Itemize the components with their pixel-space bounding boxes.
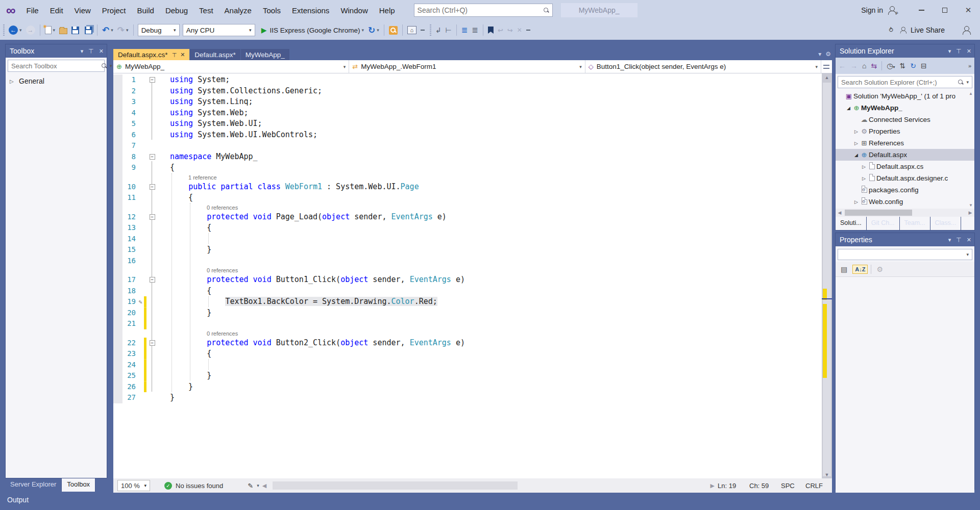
column-indicator[interactable]: Ch: 59	[749, 482, 781, 490]
tree-horizontal-scrollbar[interactable]: ◀ ▶	[836, 209, 974, 217]
breakpoint-margin[interactable]	[113, 308, 122, 319]
document-tab-3[interactable]: MyWebApp_	[241, 49, 289, 60]
menu-help[interactable]: Help	[374, 4, 401, 17]
breakpoint-margin[interactable]	[113, 140, 122, 151]
code-text[interactable]: protected void Button1_Click(object send…	[157, 274, 465, 286]
solution-platform-select[interactable]: Any CPU▾	[183, 24, 255, 36]
fold-collapse-box[interactable]: −	[148, 338, 157, 349]
spaces-indicator[interactable]: SPC	[781, 482, 805, 490]
code-text[interactable]	[157, 318, 170, 329]
codelens-reference-label[interactable]: 0 references	[157, 203, 238, 212]
toolbox-item-general[interactable]: ▷General	[6, 74, 107, 88]
code-text[interactable]: }	[157, 244, 211, 256]
tree-scrollbar[interactable]: ▲▼	[967, 90, 974, 209]
find-in-files-button[interactable]	[387, 24, 399, 36]
code-line-10[interactable]: 10− public partial class WebForm1 : Syst…	[113, 182, 822, 193]
panel-tab-soluti[interactable]: Soluti...	[836, 217, 867, 230]
breakpoint-margin[interactable]	[113, 192, 122, 203]
quick-search-box[interactable]	[414, 4, 553, 17]
editor-vertical-scrollbar[interactable]: ▲ ▼	[822, 73, 832, 478]
tab-close-icon[interactable]: ✕	[180, 52, 185, 58]
codelens-reference-label[interactable]: 1 reference	[157, 173, 217, 182]
type-dropdown[interactable]: ⇄ MyWebApp_.WebForm1 ▾	[349, 60, 585, 73]
open-file-button[interactable]	[58, 25, 69, 36]
breakpoint-margin[interactable]	[113, 360, 122, 371]
menu-debug[interactable]: Debug	[160, 4, 193, 17]
code-text[interactable]	[157, 256, 170, 267]
code-line-8[interactable]: 8−namespace MyWebApp_	[113, 151, 822, 163]
expander-closed-icon[interactable]: ▷	[853, 141, 860, 146]
breakpoint-margin[interactable]	[113, 370, 122, 381]
tool-tab-toolbox[interactable]: Toolbox	[62, 478, 95, 492]
code-text[interactable]: {	[157, 162, 175, 173]
breakpoint-margin[interactable]	[113, 203, 122, 212]
sign-in-button[interactable]: Sign in +	[861, 6, 896, 15]
document-tab-1[interactable]: Default.aspx.cs*⊥✕	[113, 49, 189, 60]
tree-item-web-config[interactable]: ▷Web.config	[836, 196, 974, 208]
minimize-button[interactable]	[910, 0, 933, 20]
uncomment-button[interactable]: ≣	[470, 24, 480, 36]
attach-to-process-button[interactable]: ⌂	[406, 24, 418, 36]
breakpoint-margin[interactable]	[113, 130, 122, 141]
code-text[interactable]: }	[157, 308, 211, 319]
code-text[interactable]: }	[157, 370, 211, 381]
code-line-12[interactable]: 12− protected void Page_Load(object send…	[113, 212, 822, 223]
se-back-icon[interactable]: ←	[839, 62, 846, 70]
toolbox-window-menu-icon[interactable]: ▾	[81, 48, 84, 55]
fold-collapse-box[interactable]: −	[148, 151, 157, 163]
code-text[interactable]: using System;	[157, 74, 230, 86]
solution-explorer-window-menu-icon[interactable]: ▾	[948, 48, 951, 55]
code-line-14[interactable]: 14	[113, 234, 822, 245]
menu-build[interactable]: Build	[132, 4, 160, 17]
menu-project[interactable]: Project	[96, 4, 132, 17]
alphabetical-sort-button[interactable]: A↓Z	[852, 265, 868, 274]
code-line-21[interactable]: 21	[113, 318, 822, 329]
tree-item-connected-services[interactable]: ☁Connected Services	[836, 114, 974, 125]
document-list-dropdown-icon[interactable]: ▾	[818, 50, 821, 58]
codelens-reference-label[interactable]: 0 references	[157, 266, 238, 274]
hscroll-left-icon[interactable]: ◀	[262, 482, 266, 489]
code-text[interactable]: using System.Web.UI.WebControls;	[157, 130, 317, 141]
code-text[interactable]: protected void Button2_Click(object send…	[157, 338, 465, 349]
breakpoint-margin[interactable]	[113, 151, 122, 163]
menu-analyze[interactable]: Analyze	[219, 4, 257, 17]
code-text[interactable]: {	[157, 286, 211, 297]
code-text[interactable]: {	[157, 348, 211, 360]
breakpoint-margin[interactable]	[113, 348, 122, 360]
code-text[interactable]: using System.Collections.Generic;	[157, 86, 322, 97]
hscroll-left-icon[interactable]: ◀	[836, 210, 844, 215]
tree-item-default-aspx[interactable]: ◢⊕Default.aspx	[836, 149, 974, 161]
code-line-4[interactable]: 4using System.Web;	[113, 108, 822, 119]
expander-open-icon[interactable]: ◢	[853, 152, 860, 158]
expander-closed-icon[interactable]: ▷	[853, 129, 860, 134]
property-pages-button[interactable]: ⚙	[874, 264, 885, 274]
tree-item-packages-config[interactable]: packages.config	[836, 184, 974, 196]
code-text[interactable]: using System.Web.UI;	[157, 118, 262, 130]
se-sync-with-active-document-icon[interactable]: ⇅	[899, 62, 905, 70]
code-line-18[interactable]: 18 {	[113, 286, 822, 297]
editor-split-handle[interactable]	[821, 60, 832, 73]
tree-item-default-aspx-designer-c[interactable]: ▷Default.aspx.designer.c	[836, 172, 974, 184]
code-line-3[interactable]: 3using System.Linq;	[113, 96, 822, 108]
properties-window-menu-icon[interactable]: ▾	[948, 237, 951, 243]
line-ending-indicator[interactable]: CRLF	[805, 482, 828, 490]
code-line-26[interactable]: 26 }	[113, 381, 822, 393]
restore-button[interactable]	[933, 0, 957, 20]
code-line-2[interactable]: 2using System.Collections.Generic;	[113, 86, 822, 97]
menu-window[interactable]: Window	[335, 4, 373, 17]
code-text[interactable]: }	[157, 392, 175, 403]
line-indicator[interactable]: Ln: 19	[718, 482, 749, 490]
panel-tab-class[interactable]: Class...	[930, 217, 962, 230]
code-cleanup-button[interactable]: ✎ ▾	[248, 482, 259, 490]
solution-explorer-close-icon[interactable]: ✕	[967, 48, 971, 55]
code-line-19[interactable]: 19✎ TextBox1.BackColor = System.Drawing.…	[113, 296, 822, 308]
code-text[interactable]: using System.Web;	[157, 108, 249, 119]
next-bookmark-button[interactable]: ↪	[506, 25, 514, 36]
properties-pin-icon[interactable]: ⊥	[956, 236, 961, 243]
document-outline-button[interactable]: ⊢	[444, 24, 453, 36]
hscroll-right-icon[interactable]: ▶	[966, 210, 974, 215]
breakpoint-margin[interactable]	[113, 212, 122, 223]
tree-item-solution-mywebapp-1-of-1-pro[interactable]: ▣Solution 'MyWebApp_' (1 of 1 pro	[836, 90, 974, 102]
search-filter-dropdown-icon[interactable]: ▾	[966, 80, 969, 85]
panel-tab-gitch[interactable]: Git Ch...	[867, 217, 900, 230]
